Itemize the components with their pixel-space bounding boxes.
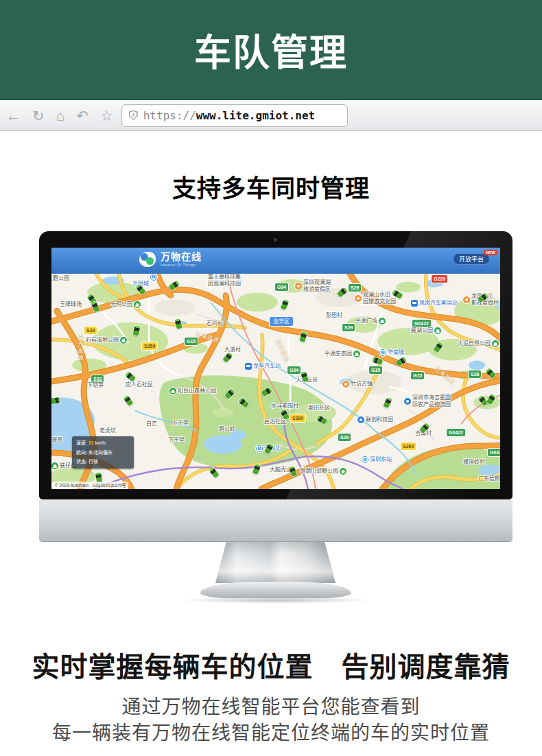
vehicle-marker[interactable] bbox=[485, 368, 496, 379]
metro-poi-icon bbox=[150, 274, 157, 281]
vehicle-marker[interactable] bbox=[383, 397, 392, 408]
undo-icon[interactable]: ↶ bbox=[76, 108, 89, 123]
vehicle-marker[interactable] bbox=[434, 342, 444, 353]
vehicle-marker[interactable] bbox=[51, 397, 61, 404]
road-badge: G0422 bbox=[412, 320, 431, 327]
monitor-stand-base bbox=[200, 582, 351, 598]
map-label bbox=[150, 274, 158, 281]
map-label: 富士康科技集 团观澜科技园 bbox=[208, 274, 241, 287]
park-poi-icon bbox=[353, 351, 360, 357]
vehicle-marker[interactable] bbox=[91, 301, 99, 312]
map-label-text: 白芒 bbox=[146, 421, 157, 427]
map-label-text: 深圳观澜湖 旅游度假区 bbox=[303, 279, 331, 292]
banner-title: 车队管理 bbox=[194, 23, 348, 77]
back-icon[interactable]: ← bbox=[6, 108, 21, 123]
map-label: 雁湖公园 bbox=[411, 327, 441, 334]
map-label-text: 深圳东站 bbox=[370, 456, 392, 463]
map-label-text: 鹅公岭 bbox=[219, 426, 235, 433]
map-label-text: 银湖山郊野公园 bbox=[300, 468, 338, 475]
map-label: 光明公园 bbox=[110, 301, 141, 308]
vehicle-marker[interactable] bbox=[289, 466, 297, 477]
vehicle-marker[interactable] bbox=[299, 331, 307, 342]
map-label-text: 平湖生态园 bbox=[325, 351, 352, 357]
map-label: 深圳东站 bbox=[362, 456, 392, 463]
vehicle-marker[interactable] bbox=[123, 395, 134, 406]
map-label: 深圳观澜湖 旅游度假区 bbox=[295, 279, 331, 292]
park-poi-icon bbox=[340, 468, 346, 475]
map-label-text: 彭田村 bbox=[326, 312, 342, 319]
home-icon[interactable]: ⌂ bbox=[56, 108, 65, 123]
url-scheme: https:// bbox=[143, 109, 196, 122]
map-label-text: 竹坑古镇 bbox=[351, 381, 373, 388]
road-badge: G15 bbox=[185, 338, 198, 345]
park-poi-icon bbox=[120, 337, 127, 344]
map-label-text: 龙华区 bbox=[270, 317, 293, 326]
vehicle-marker[interactable] bbox=[486, 394, 496, 405]
road-badge: S360 bbox=[290, 414, 305, 422]
brand-subtitle: Internet Of Things bbox=[161, 263, 202, 267]
road-badge: S359 bbox=[142, 342, 157, 350]
monitor-chin bbox=[39, 499, 512, 542]
road-badge: S28 bbox=[469, 370, 481, 378]
bookmark-star-icon[interactable]: ☆ bbox=[100, 108, 113, 123]
road-badge: G220 bbox=[432, 275, 447, 283]
map-label-text: 大运自然公园 bbox=[458, 340, 491, 347]
vehicle-marker[interactable] bbox=[222, 352, 233, 363]
bus-poi-icon bbox=[245, 363, 252, 370]
map-label-text: 联创科技园 bbox=[366, 416, 393, 423]
vehicle-marker[interactable] bbox=[396, 357, 407, 366]
address-bar[interactable]: https://www.lite.gmiot.net bbox=[121, 104, 348, 127]
map-label-text: 主题公园 bbox=[51, 275, 69, 282]
vehicle-marker[interactable] bbox=[209, 467, 219, 478]
road-name: 沈海高速 bbox=[274, 338, 292, 363]
map-label: 银湖山郊野公园 bbox=[300, 468, 346, 475]
map-label: 主题公园 bbox=[51, 275, 69, 282]
url-host: www.lite.gmiot.net bbox=[196, 109, 315, 122]
map-label: 凤岗汽车客运站 bbox=[411, 300, 458, 307]
map-label-text: 华南城 bbox=[388, 349, 404, 356]
vehicle-marker[interactable] bbox=[224, 388, 235, 399]
map-label-text: 平湖广场 bbox=[355, 318, 377, 324]
park-poi-icon bbox=[492, 340, 499, 347]
road-badge: G0422 bbox=[447, 429, 465, 436]
vehicle-marker[interactable] bbox=[125, 371, 136, 381]
app-header: 万物在线 Internet Of Things 开放平台 NEW bbox=[51, 248, 500, 274]
vehicle-marker[interactable] bbox=[133, 325, 141, 335]
poi-poi-icon bbox=[463, 296, 470, 303]
map-label: 玉律球场 bbox=[60, 301, 82, 308]
vehicle-marker[interactable] bbox=[169, 281, 180, 291]
map-label-text: 横排岭村 bbox=[463, 459, 485, 466]
vehicle-marker[interactable] bbox=[174, 318, 182, 329]
map-label: 坂田社区 bbox=[308, 405, 330, 412]
refresh-icon[interactable]: ↻ bbox=[32, 108, 45, 123]
map-label: 龙华汽车站 bbox=[245, 363, 281, 370]
vehicle-marker[interactable] bbox=[337, 287, 348, 297]
poi-poi-icon bbox=[342, 381, 349, 388]
map-label-text: 源居 bbox=[51, 437, 62, 444]
map-label: 民治社区 bbox=[264, 418, 286, 425]
section-subtitle: 支持多车同时管理 bbox=[0, 169, 542, 204]
road-name: 沈海高速 bbox=[195, 330, 221, 343]
vehicle-marker[interactable] bbox=[252, 464, 261, 475]
vehicle-marker[interactable] bbox=[372, 357, 383, 365]
map-label-text: 大浪村 bbox=[224, 346, 241, 353]
browser-toolbar: ←↻⌂↶☆ https://www.lite.gmiot.net bbox=[0, 99, 542, 131]
vehicle-marker[interactable] bbox=[238, 397, 249, 407]
vehicle-marker[interactable] bbox=[261, 387, 272, 397]
map-canvas[interactable]: S33S359S360S360S33G15G15G15G94G94S29S29S… bbox=[51, 274, 500, 489]
map-label: 大浪村 bbox=[224, 346, 241, 353]
map-label-text: 深圳市海吉星国 际农产品物流园 bbox=[412, 394, 451, 407]
map-label-text: 观澜山水田 园旅游文化园 bbox=[363, 292, 396, 305]
metro-poi-icon bbox=[379, 349, 386, 356]
road-badge: G15 bbox=[411, 372, 424, 379]
road-badge: S29 bbox=[338, 434, 351, 441]
metro-poi-icon bbox=[362, 456, 368, 463]
blue-poi-icon bbox=[357, 416, 364, 423]
map-label-text: 富士康科技集 团观澜科技园 bbox=[208, 274, 241, 287]
monitor-bezel: 万物在线 Internet Of Things 开放平台 NEW bbox=[39, 231, 512, 499]
map-label: 观澜山水田 园旅游文化园 bbox=[355, 292, 396, 305]
road-badge: G94 bbox=[275, 283, 288, 291]
map-label-text: 下王堂 bbox=[168, 437, 185, 444]
vehicle-marker[interactable] bbox=[316, 415, 327, 425]
vehicle-marker[interactable] bbox=[281, 299, 290, 310]
